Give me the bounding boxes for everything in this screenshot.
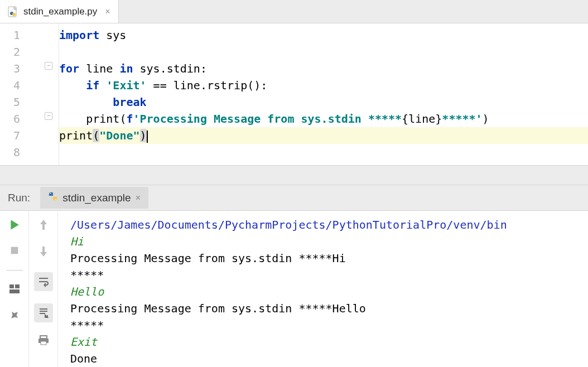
editor-tab-bar: stdin_example.py × [0, 0, 588, 23]
svg-rect-7 [15, 284, 20, 288]
panel-divider[interactable] [0, 165, 588, 185]
run-toolbar-left [0, 211, 29, 367]
scroll-to-end-icon[interactable] [34, 303, 53, 322]
run-panel-header: Run: stdin_example × [0, 185, 588, 211]
console-input: Hi [70, 233, 588, 250]
console-line: ***** [70, 317, 588, 334]
run-config-tab[interactable]: stdin_example × [40, 187, 148, 209]
code-line-current: print("Done") [59, 127, 588, 144]
code-area[interactable]: import sys for line in sys.stdin: if 'Ex… [59, 23, 588, 165]
close-run-tab-icon[interactable]: × [136, 193, 141, 203]
run-tab-name: stdin_example [62, 192, 131, 204]
pin-icon[interactable] [9, 310, 20, 323]
code-line [59, 44, 588, 60]
rerun-icon[interactable] [8, 219, 21, 233]
svg-point-2 [12, 13, 16, 16]
fold-toggle-icon[interactable]: − [45, 62, 52, 70]
line-number: 6 [0, 110, 20, 127]
svg-rect-9 [40, 336, 47, 339]
console-line: ***** [70, 267, 588, 283]
code-line: for line in sys.stdin: [59, 60, 588, 77]
line-number: 8 [0, 144, 20, 161]
console-input: Exit [70, 334, 588, 350]
down-arrow-icon[interactable] [38, 245, 49, 260]
fold-gutter: − − [26, 23, 59, 165]
svg-rect-11 [41, 341, 46, 345]
svg-rect-5 [11, 247, 18, 254]
line-number: 4 [0, 77, 20, 94]
line-number-gutter: 1 2 3 4 5 6 7 8 [0, 23, 26, 165]
toolbar-separator [6, 270, 23, 271]
text-cursor [147, 131, 148, 143]
close-tab-icon[interactable]: × [105, 7, 110, 17]
layout-icon[interactable] [8, 283, 21, 297]
console-line: Processing Message from sys.stdin *****H… [70, 250, 588, 267]
run-panel: /Users/James/Documents/PycharmProjects/P… [0, 211, 588, 367]
svg-rect-6 [9, 284, 14, 288]
code-editor[interactable]: 1 2 3 4 5 6 7 8 − − import sys for line … [0, 23, 588, 165]
code-line: print(f'Processing Message from sys.stdi… [59, 110, 588, 127]
console-line: Processing Message from sys.stdin *****H… [70, 300, 588, 317]
run-label: Run: [8, 192, 30, 204]
code-line: import sys [59, 27, 588, 44]
code-line: if 'Exit' == line.rstrip(): [59, 77, 588, 94]
console-input: Hello [70, 283, 588, 300]
code-line [59, 144, 588, 161]
python-file-icon [8, 6, 19, 17]
print-icon[interactable] [37, 335, 50, 348]
line-number: 7 [0, 127, 20, 144]
console-output[interactable]: /Users/James/Documents/PycharmProjects/P… [58, 211, 588, 367]
python-run-icon [48, 191, 58, 204]
stop-icon[interactable] [9, 245, 20, 258]
editor-tab-active[interactable]: stdin_example.py × [0, 0, 119, 23]
code-line: break [59, 94, 588, 110]
line-number: 2 [0, 44, 20, 60]
tab-filename: stdin_example.py [23, 6, 97, 17]
fold-toggle-icon[interactable]: − [45, 112, 52, 120]
line-number: 1 [0, 27, 20, 44]
run-toolbar-right [29, 211, 58, 367]
svg-rect-8 [9, 289, 20, 293]
line-number: 3 [0, 60, 20, 77]
soft-wrap-icon[interactable] [34, 272, 53, 291]
console-line: Done [70, 350, 588, 367]
up-arrow-icon[interactable] [38, 219, 49, 233]
svg-point-3 [50, 193, 51, 194]
line-number: 5 [0, 94, 20, 110]
console-path: /Users/James/Documents/PycharmProjects/P… [70, 216, 588, 233]
svg-point-4 [55, 199, 56, 200]
